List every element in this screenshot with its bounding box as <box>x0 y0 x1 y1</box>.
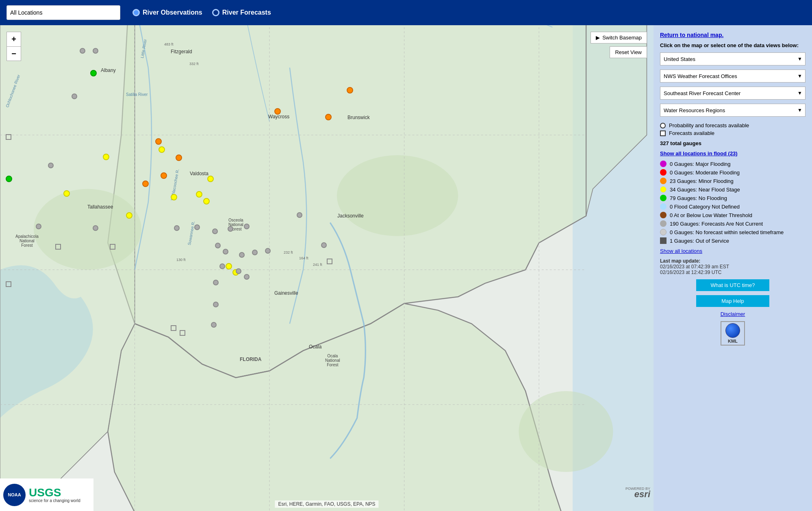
gauge-dot-gray-18[interactable] <box>265 248 271 254</box>
gauge-dot-gray-8[interactable] <box>194 224 200 230</box>
utc-time-button[interactable]: What is UTC time? <box>696 279 769 291</box>
gauge-dot-gray-14[interactable] <box>215 243 221 248</box>
gauge-dot-yellow-3[interactable] <box>171 194 177 200</box>
usgs-logo: USGS science for a changing world <box>29 487 80 503</box>
gauge-dot-gray-7[interactable] <box>174 225 180 231</box>
forecasts-radio-icon <box>212 9 219 16</box>
gauge-dot-green-2[interactable] <box>6 176 12 182</box>
nws-dropdown[interactable]: NWS Weather Forecast Offices <box>660 70 805 83</box>
gauge-dot-gray-11[interactable] <box>244 224 250 229</box>
legend-dot-major <box>660 161 667 167</box>
zoom-in-button[interactable]: + <box>7 32 21 46</box>
forecasts-legend-item[interactable]: Forecasts available <box>660 130 805 136</box>
click-instruction-text: Click on the map or select one of the da… <box>660 42 805 48</box>
gauge-square-6[interactable] <box>6 281 11 287</box>
map-help-button[interactable]: Map Help <box>696 295 769 307</box>
water-resources-dropdown-wrapper[interactable]: Water Resources Regions ▼ <box>660 104 805 117</box>
gauge-dot-gray-4[interactable] <box>48 163 54 168</box>
gauge-dot-gray-3[interactable] <box>72 94 77 99</box>
return-to-national-map-link[interactable]: Return to national map. <box>660 32 805 38</box>
gauge-dot-gray-1[interactable] <box>80 48 85 54</box>
gauge-dot-yellow-5[interactable] <box>207 176 214 182</box>
location-dropdown-wrapper[interactable]: All Locations ▼ <box>7 5 124 20</box>
svg-point-2 <box>34 189 141 270</box>
last-update-date1: 02/16/2023 at 07:42:39 am EST <box>660 264 805 270</box>
gauge-dot-gray-2[interactable] <box>93 48 98 54</box>
switch-basemap-button[interactable]: ▶ Switch Basemap <box>591 32 647 43</box>
gauge-dot-orange-3[interactable] <box>325 114 332 120</box>
gauge-dot-gray-21[interactable] <box>244 274 250 280</box>
show-all-flood-link[interactable]: Show all locations in flood (23) <box>660 150 805 157</box>
disclaimer-link[interactable]: Disclaimer <box>660 311 805 317</box>
southeast-dropdown[interactable]: Southeast River Forecast Center <box>660 87 805 100</box>
river-forecasts-radio[interactable]: River Forecasts <box>212 9 271 16</box>
gauge-dot-gray-15[interactable] <box>223 249 228 254</box>
river-observations-label: River Observations <box>143 9 202 16</box>
gauge-dot-gray-9[interactable] <box>212 228 218 234</box>
last-update-date2: 02/16/2023 at 12:42:39 UTC <box>660 270 805 275</box>
gauge-dot-gray-24[interactable] <box>211 322 217 328</box>
gauge-dot-gray-13[interactable] <box>321 242 327 248</box>
gauge-dot-gray-5[interactable] <box>93 225 98 231</box>
gauge-dot-gray-10[interactable] <box>228 226 233 232</box>
gauge-dot-yellow-6[interactable] <box>203 198 210 204</box>
gauge-dot-gray-23[interactable] <box>213 302 219 307</box>
gauge-dot-gray-17[interactable] <box>252 250 258 255</box>
main-content: Fitzgerald Albany Waycross Brunswick Val… <box>0 25 812 511</box>
gauge-dot-yellow-4[interactable] <box>196 191 202 198</box>
kml-label: KML <box>728 339 738 344</box>
legend-square-out-of-service <box>660 237 667 244</box>
gauge-square-4[interactable] <box>171 325 176 331</box>
location-select[interactable]: All Locations <box>7 5 120 20</box>
gauge-dot-orange-2[interactable] <box>274 108 281 115</box>
gauge-dot-orange-5[interactable] <box>176 154 182 161</box>
gauge-dot-yellow-8[interactable] <box>226 263 232 270</box>
observations-radio-icon <box>132 9 140 16</box>
view-toggle-group: River Observations River Forecasts <box>132 9 271 16</box>
gauge-dot-yellow-10[interactable] <box>63 190 70 197</box>
basemap-arrow-icon: ▶ <box>596 35 600 41</box>
gauge-dot-gray-6[interactable] <box>36 224 41 229</box>
gauge-square-7[interactable] <box>327 259 332 264</box>
gauge-dot-gray-12[interactable] <box>297 212 302 218</box>
nws-dropdown-wrapper[interactable]: NWS Weather Forecast Offices ▼ <box>660 70 805 83</box>
header-bar: All Locations ▼ River Observations River… <box>0 0 812 25</box>
united-states-dropdown[interactable]: United States <box>660 52 805 65</box>
gauge-dot-yellow-7[interactable] <box>126 212 132 219</box>
legend-dot-not-current <box>660 220 667 227</box>
river-observations-radio[interactable]: River Observations <box>132 9 202 16</box>
legend-out-of-service: 1 Gauges: Out of Service <box>660 237 805 244</box>
gauge-dot-green-1[interactable] <box>90 70 97 76</box>
united-states-dropdown-wrapper[interactable]: United States ▼ <box>660 52 805 65</box>
gauge-dot-gray-22[interactable] <box>213 280 219 285</box>
probability-legend-item[interactable]: Probability and forecasts available <box>660 122 805 128</box>
legend-dot-near-flood <box>660 186 667 193</box>
legend-low-water: 0 At or Below Low Water Threshold <box>660 212 805 218</box>
reset-view-button[interactable]: Reset View <box>610 46 647 58</box>
kml-download-button[interactable]: KML <box>721 321 745 346</box>
gauge-dot-orange-4[interactable] <box>155 138 162 145</box>
esri-logo: esri <box>634 489 650 500</box>
last-update-section: Last map update: 02/16/2023 at 07:42:39 … <box>660 258 805 275</box>
southeast-dropdown-wrapper[interactable]: Southeast River Forecast Center ▼ <box>660 87 805 100</box>
gauge-dot-yellow-1[interactable] <box>103 154 109 160</box>
gauge-dot-gray-16[interactable] <box>239 252 245 258</box>
map-container[interactable]: Fitzgerald Albany Waycross Brunswick Val… <box>0 25 654 511</box>
gauge-square-3[interactable] <box>110 244 115 250</box>
gauge-square-5[interactable] <box>180 330 185 336</box>
show-all-locations-link[interactable]: Show all locations <box>660 248 805 254</box>
gauge-dot-orange-7[interactable] <box>142 180 149 187</box>
gauge-dot-orange-6[interactable] <box>161 172 167 179</box>
gauge-dot-gray-20[interactable] <box>236 268 241 274</box>
legend-not-defined: 0 Flood Category Not Defined <box>660 203 805 210</box>
gauge-square-1[interactable] <box>6 134 11 140</box>
gauge-dot-orange-1[interactable] <box>347 87 353 94</box>
gauge-dot-gray-19[interactable] <box>219 263 225 269</box>
gauge-dot-yellow-2[interactable] <box>158 146 165 153</box>
legend-dot-moderate <box>660 169 667 176</box>
legend-moderate-flooding: 0 Gauges: Moderate Flooding <box>660 169 805 176</box>
svg-point-3 <box>337 155 458 236</box>
water-resources-dropdown[interactable]: Water Resources Regions <box>660 104 805 117</box>
zoom-out-button[interactable]: − <box>7 46 21 61</box>
gauge-square-2[interactable] <box>55 244 61 250</box>
